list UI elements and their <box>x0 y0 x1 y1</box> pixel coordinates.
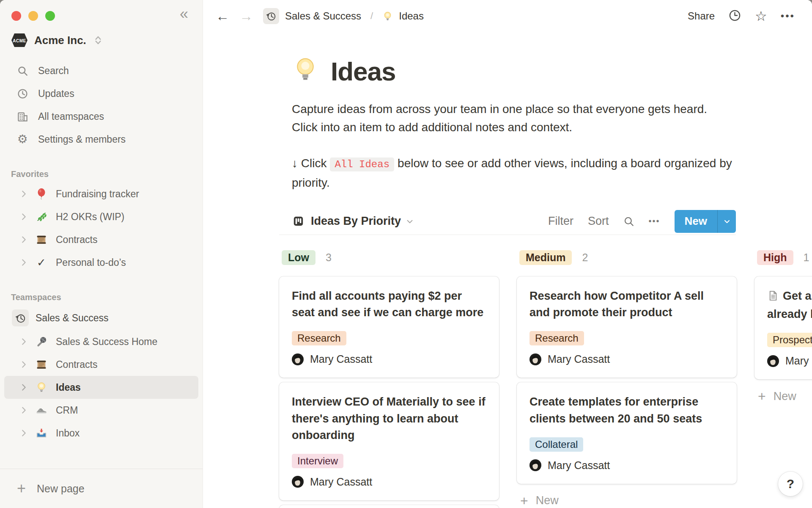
board-column-medium: Medium 2 Research how Competitor A sell … <box>517 248 737 508</box>
star-icon[interactable]: ☆ <box>755 9 767 23</box>
column-header[interactable]: Medium 2 <box>517 248 737 267</box>
board-card[interactable]: Interview CEO of Materially to see if th… <box>279 382 499 500</box>
kanban-board: Low 3 Find all accounts paying $2 per se… <box>279 248 812 508</box>
column-header[interactable]: High 1 <box>754 248 812 267</box>
sidebar-item-label: Ideas <box>56 382 81 393</box>
history-clock-icon[interactable] <box>263 8 279 24</box>
share-button[interactable]: Share <box>688 10 715 22</box>
sidebar-item-settings[interactable]: ⚙ Settings & members <box>0 128 203 151</box>
chevron-right-icon[interactable] <box>18 212 30 221</box>
sidebar-item-label: Updates <box>38 88 74 99</box>
callout-prefix: ↓ Click <box>292 157 326 170</box>
card-person: Mary Cassatt <box>292 353 486 365</box>
new-button-dropdown[interactable] <box>717 210 736 233</box>
sidebar-item-label: All teamspaces <box>38 111 104 122</box>
workspace-switch-icon <box>93 35 104 46</box>
tag-badge: Interview <box>292 454 343 468</box>
sidebar-teamspace-sales-success[interactable]: Sales & Success <box>0 306 203 330</box>
favorites-section-label: Favorites <box>11 169 203 179</box>
sidebar-item-inbox[interactable]: Inbox <box>0 422 203 444</box>
add-card-label: New <box>774 390 796 403</box>
sidebar-item-updates[interactable]: Updates <box>0 82 203 105</box>
forward-arrow-icon[interactable]: → <box>239 9 253 23</box>
main-area: ← → Sales & Success / Ideas Share ☆ •• <box>203 0 812 508</box>
add-card-button[interactable]: + New <box>517 494 737 508</box>
sidebar-item-all-teamspaces[interactable]: All teamspaces <box>0 105 203 128</box>
board-card[interactable]: Find all accounts paying $2 per seat and… <box>279 276 499 378</box>
breadcrumb-page[interactable]: Ideas <box>399 10 424 22</box>
collapse-sidebar-icon[interactable]: « <box>180 5 188 23</box>
person-name: Mary Cassatt <box>310 476 372 488</box>
new-button-label[interactable]: New <box>675 210 717 233</box>
filter-button[interactable]: Filter <box>548 215 573 228</box>
teamspaces-section-label: Teamspaces <box>11 293 203 302</box>
clock-icon[interactable] <box>728 9 741 24</box>
board-card[interactable]: Target design agencies who have <box>279 505 499 508</box>
check-icon: ✓ <box>34 257 49 268</box>
sidebar-item-label: Settings & members <box>38 134 126 145</box>
clock-icon <box>16 88 29 99</box>
chevron-right-icon[interactable] <box>18 406 30 415</box>
chevron-right-icon[interactable] <box>18 235 30 244</box>
chevron-right-icon[interactable] <box>18 360 30 369</box>
close-window-button[interactable] <box>11 11 21 21</box>
chevron-right-icon[interactable] <box>18 337 30 346</box>
priority-pill-high: High <box>757 250 793 265</box>
chevron-right-icon[interactable] <box>18 383 30 392</box>
tag-badge: Research <box>292 331 346 345</box>
person-name: Mary C <box>785 355 812 367</box>
zoom-window-button[interactable] <box>45 11 55 21</box>
board-column-high: High 1 Get all already ha Prospect <box>754 248 812 508</box>
tag-badge: Research <box>529 331 584 345</box>
sidebar-item-label: Sales & Success Home <box>56 336 157 348</box>
new-button[interactable]: New <box>675 210 736 233</box>
search-icon[interactable] <box>623 216 634 227</box>
board-card[interactable]: Get all already ha Prospect Mary C <box>754 276 812 379</box>
sidebar-item-crm[interactable]: CRM <box>0 399 203 422</box>
column-cards: Research how Competitor A sell and promo… <box>517 276 737 484</box>
buildings-icon <box>16 111 29 122</box>
card-title: Get all already ha <box>767 288 812 323</box>
chevron-right-icon[interactable] <box>18 428 30 438</box>
breadcrumb-teamspace[interactable]: Sales & Success <box>285 10 361 22</box>
back-arrow-icon[interactable]: ← <box>216 9 229 23</box>
view-tab-ideas-by-priority[interactable]: Ideas By Priority <box>311 215 401 228</box>
person-name: Mary Cassatt <box>548 459 610 472</box>
scroll-icon <box>34 359 49 370</box>
sidebar-item-ideas[interactable]: Ideas <box>4 376 198 399</box>
column-cards: Get all already ha Prospect Mary C <box>754 276 812 379</box>
sidebar-item-contracts-teamspace[interactable]: Contracts <box>0 353 203 376</box>
view-more-options-icon[interactable]: ••• <box>649 216 660 226</box>
avatar <box>292 476 304 488</box>
board-card[interactable]: Research how Competitor A sell and promo… <box>517 276 737 378</box>
sort-button[interactable]: Sort <box>588 215 609 228</box>
tag-badge: Collateral <box>529 437 583 452</box>
scroll-icon <box>34 234 49 246</box>
more-options-icon[interactable]: ••• <box>781 10 795 22</box>
help-button[interactable]: ? <box>778 472 803 496</box>
chevron-right-icon[interactable] <box>18 189 30 199</box>
board-card[interactable]: Create templates for enterprise clients … <box>517 382 737 483</box>
sidebar-item-personal-todos[interactable]: ✓ Personal to-do’s <box>0 251 203 274</box>
new-page-button[interactable]: + New page <box>0 469 203 508</box>
sidebar-item-h2-okrs[interactable]: H2 OKRs (WIP) <box>0 205 203 228</box>
chevron-right-icon[interactable] <box>18 258 30 267</box>
sidebar-item-search[interactable]: Search <box>0 59 203 82</box>
breadcrumb-separator: / <box>370 11 373 22</box>
sidebar-item-sales-success-home[interactable]: Sales & Success Home <box>0 330 203 353</box>
lightbulb-icon[interactable] <box>292 56 319 85</box>
column-header[interactable]: Low 3 <box>279 248 499 267</box>
sidebar-item-contracts-favorite[interactable]: Contracts <box>0 228 203 251</box>
gear-icon: ⚙ <box>16 133 29 145</box>
chevron-down-icon[interactable] <box>405 217 414 226</box>
minimize-window-button[interactable] <box>28 11 38 21</box>
card-title: Research how Competitor A sell and promo… <box>529 288 724 321</box>
add-card-button[interactable]: + New <box>754 389 812 403</box>
inbox-icon <box>34 427 49 439</box>
column-count: 1 <box>804 251 809 264</box>
lightbulb-icon <box>34 381 49 393</box>
workspace-switcher[interactable]: ACME Acme Inc. <box>11 33 203 47</box>
herb-icon <box>34 211 49 223</box>
plus-icon: + <box>17 481 26 496</box>
sidebar-item-fundraising-tracker[interactable]: Fundraising tracker <box>0 182 203 205</box>
